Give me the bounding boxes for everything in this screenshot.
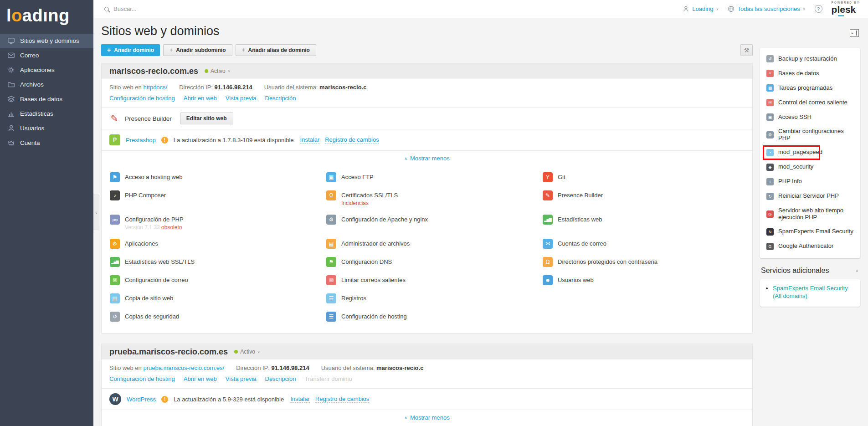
domain-action-descripcion[interactable]: Descripción [265,375,296,382]
sidebar-item-archivos[interactable]: Archivos [0,77,93,92]
tool-directorios-protegidos-con-contrasena[interactable]: Ω Directorios protegidos con contraseña [543,253,760,271]
add-domain-button[interactable]: + Añadir dominio [101,44,160,56]
terminal-icon: ▣ [766,113,774,121]
tool-cuentas-de-correo[interactable]: ✉ Cuentas de correo [543,235,760,253]
panel-tool-acceso-ssh[interactable]: ▣ Acceso SSH [760,110,860,124]
show-less-link[interactable]: ∧ Mostrar menos [102,151,752,166]
tool-configuracion-de-correo[interactable]: ✉ Configuración de correo [110,271,326,289]
sidebar-item-aplicaciones[interactable]: Aplicaciones [0,63,93,77]
changelog-link[interactable]: Registro de cambios [325,136,379,144]
tool-configuracion-de-php[interactable]: php Configuración de PHP Versión 7.1.33 … [110,210,326,235]
changelog-link[interactable]: Registro de cambios [315,395,370,403]
domain-action-vista-previa[interactable]: Vista previa [226,375,257,382]
backup-icon: ↺ [110,312,120,322]
domain-action-configuracion-de-hosting[interactable]: Configuración de hosting [109,95,175,102]
panel-tool-bases-de-datos[interactable]: ≡ Bases de datos [760,66,860,81]
install-update-link[interactable]: Instalar [290,395,310,403]
panel-tool-mod-pagespeed[interactable]: ◔ mod_pagespeed [760,145,860,160]
user-menu[interactable]: Loading ∨ [683,5,719,12]
file-manager-icon: ▤ [326,239,336,249]
subscriptions-menu[interactable]: Todas las suscripciones ∨ [728,5,805,12]
tool-acceso-a-hosting-web[interactable]: ⚑ Acceso a hosting web [110,168,326,186]
chevron-down-icon: ∨ [716,7,719,11]
collapse-panel-icon[interactable]: ▸ [850,29,859,37]
sidebar-item-sitios-web-y-dominios[interactable]: Sitios web y dominios [0,34,93,48]
sidebar-collapse-handle[interactable]: ‹ [93,195,99,230]
tool-estadisticas-web-ssl-tls[interactable]: ▂▅▇ Estadísticas web SSL/TLS [110,253,326,271]
show-less-link[interactable]: ∧ Mostrar menos [102,410,752,426]
customize-tools-button[interactable]: ⚒ [740,44,753,56]
domain-status-dropdown[interactable]: Activo ∨ [234,349,260,355]
chart-icon [7,110,15,118]
panel-tool-tareas-programadas[interactable]: ▦ Tareas programadas [760,81,860,95]
tool-estadisticas-web[interactable]: ▂▅▇ Estadísticas web [543,210,760,235]
domain-status-dropdown[interactable]: Activo ∨ [205,68,231,74]
shield-icon: ◆ [766,164,774,171]
prestashop-link[interactable]: Prestashop [126,137,156,144]
copy-site-icon: ▤ [110,293,120,303]
help-icon[interactable]: ? [815,5,822,13]
chevron-up-icon: ∧ [404,156,407,161]
tool-certificados-ssl-tls[interactable]: Ω Certificados SSL/TLS Incidencias [326,186,543,210]
panel-tool-reiniciar-servidor-php[interactable]: ↻ Reiniciar Servidor PHP [760,189,860,204]
tool-administrador-de-archivos[interactable]: ▤ Administrador de archivos [326,235,543,253]
domain-action-abrir-en-web[interactable]: Abrir en web [184,375,217,382]
sidebar-item-usuarios[interactable]: Usuarios [0,121,93,136]
add-subdomain-button[interactable]: + Añadir subdominio [163,44,232,56]
tool-acceso-ftp[interactable]: ▣ Acceso FTP [326,168,543,186]
domain-action-configuracion-de-hosting[interactable]: Configuración de hosting [109,375,175,382]
wordpress-link[interactable]: WordPress [127,396,156,403]
ip-address: 91.146.98.214 [272,364,309,371]
tool-registros[interactable]: ☰ Registros [326,289,543,308]
crown-icon [7,139,15,147]
domain-action-links: Configuración de hostingAbrir en webVist… [102,371,752,388]
panel-tool-servidor-web-alto-tiempo-ejecucion-php[interactable]: ◷ Servidor web alto tiempo ejecución PHP [760,204,860,225]
tool-aplicaciones[interactable]: ⚙ Aplicaciones [110,235,326,253]
panel-tool-backup-y-restauracion[interactable]: ↺ Backup y restauración [760,51,860,66]
restart-php-icon: ↻ [766,193,774,200]
tool-limitar-correos-salientes[interactable]: ✉ Limitar correos salientes [326,271,543,289]
tool-configuracion-de-hosting[interactable]: ☰ Configuración de hosting [326,308,543,326]
tool-copia-de-sitio-web[interactable]: ▤ Copia de sitio web [110,289,326,308]
tool-copias-de-seguridad[interactable]: ↺ Copias de seguridad [110,308,326,326]
panel-tool-spamexperts-email-security[interactable]: N SpamExperts Email Security [760,225,860,239]
domain-action-abrir-en-web[interactable]: Abrir en web [184,95,217,102]
sidebar-item-cuenta[interactable]: Cuenta [0,136,93,150]
outgoing-mail-icon: ✉ [326,275,336,285]
sidebar-item-bases-de-datos[interactable]: Bases de datos [0,92,93,107]
docroot-link[interactable]: httpdocs/ [143,84,167,91]
domain-action-vista-previa[interactable]: Vista previa [226,95,257,102]
tool-configuracion-de-apache-y-nginx[interactable]: ⚙ Configuración de Apache y nginx [326,210,543,235]
domain-action-descripcion[interactable]: Descripción [265,95,296,102]
domain-info-row: Sitio web en prueba.mariscos-recio.com.e… [102,359,752,371]
gear-icon [7,66,15,74]
dns-flag-icon: ⚑ [326,257,336,267]
edit-site-button[interactable]: Editar sitio web [180,113,233,124]
tool-php-composer[interactable]: ♪ PHP Composer [110,186,326,210]
tool-configuracion-dns[interactable]: ⚑ Configuración DNS [326,253,543,271]
panel-tool-google-authenticator[interactable]: G Google Authenticator [760,239,860,254]
hosting-settings-icon: ☰ [326,312,336,322]
right-panel: ↺ Backup y restauración ≡ Bases de datos… [760,48,860,307]
sidebar-item-estadisticas[interactable]: Estadísticas [0,107,93,121]
add-domain-alias-button[interactable]: + Añadir alias de dominio [236,44,316,56]
plus-icon: + [242,47,245,53]
layers-icon [7,95,15,103]
tool-presence-builder[interactable]: ✎ Presence Builder [543,186,760,210]
panel-tool-control-del-correo-saliente[interactable]: ✉ Control del correo saliente [760,95,860,110]
docroot-link[interactable]: prueba.mariscos-recio.com.es/ [143,364,224,371]
install-update-link[interactable]: Instalar [300,136,320,144]
search-input[interactable] [113,5,277,12]
tool-usuarios-web[interactable]: ☻ Usuarios web [543,271,760,289]
panel-tool-mod-security[interactable]: ◆ mod_security [760,160,860,175]
tool-sublabel: Versión 7.1.33 obsoleto [125,224,184,231]
page-title: Sitios web y dominios [101,24,753,38]
sidebar-item-correo[interactable]: Correo [0,48,93,63]
collapse-section-icon[interactable]: ∧ [855,268,858,273]
ftp-monitor-icon: ▣ [326,172,336,182]
service-link-spamexperts-email-security-all-domains[interactable]: SpamExperts Email Security (All domains) [773,285,848,299]
tool-git[interactable]: Y Git [543,168,760,186]
panel-tool-cambiar-configuraciones-php[interactable]: ⚙ Cambiar configuraciones PHP [760,124,860,145]
mail-icon [7,51,15,59]
panel-tool-php-info[interactable]: i PHP Info [760,175,860,189]
